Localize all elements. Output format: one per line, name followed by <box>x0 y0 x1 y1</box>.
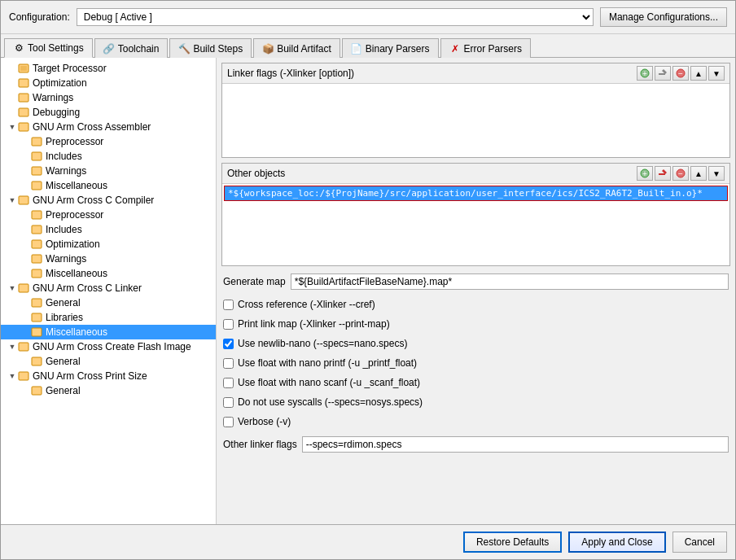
tree-item-target-processor[interactable]: Target Processor <box>1 61 216 76</box>
tree-item-warnings[interactable]: Warnings <box>1 90 216 105</box>
tab-tool-settings[interactable]: ⚙ Tool Settings <box>4 38 93 58</box>
tree-item-gnu-flash[interactable]: ▼ GNU Arm Cross Create Flash Image <box>1 339 216 354</box>
other-objects-up-btn[interactable]: ▲ <box>690 166 707 181</box>
generate-map-input[interactable] <box>291 273 729 290</box>
checkbox-print-link-map: Print link map (-Xlinker --print-map) <box>221 317 730 331</box>
svg-rect-19 <box>32 328 42 336</box>
tree-item-compiler-includes[interactable]: Includes <box>1 222 216 237</box>
tree-item-assembler-includes[interactable]: Includes <box>1 149 216 164</box>
linker-flags-delete-btn[interactable]: − <box>672 66 689 81</box>
build-steps-icon: 🔨 <box>178 43 190 55</box>
float-scanf-label: Use float with nano scanf (-u _scanf_flo… <box>238 377 420 388</box>
tree-item-gnu-print-size[interactable]: ▼ GNU Arm Cross Print Size <box>1 369 216 383</box>
cross-ref-checkbox[interactable] <box>223 300 234 310</box>
other-objects-down-btn[interactable]: ▼ <box>708 166 725 181</box>
tab-tool-settings-label: Tool Settings <box>28 42 84 54</box>
tree-item-compiler-optimization[interactable]: Optimization <box>1 237 216 252</box>
tree-item-print-general[interactable]: General <box>1 383 216 398</box>
tab-build-steps[interactable]: 🔨 Build Steps <box>169 38 252 58</box>
other-objects-content: *${workspace_loc:/${ProjName}/src/applic… <box>222 184 729 265</box>
svg-text:−: − <box>678 69 683 78</box>
tree-label-gnu-c-compiler: GNU Arm Cross C Compiler <box>33 195 154 206</box>
other-objects-selected-item[interactable]: *${workspace_loc:/${ProjName}/src/applic… <box>224 186 728 201</box>
item-icon <box>30 209 43 221</box>
tree-item-debugging[interactable]: Debugging <box>1 105 216 120</box>
svg-rect-32 <box>659 173 665 175</box>
apply-close-button[interactable]: Apply and Close <box>568 532 665 553</box>
tree-item-gnu-c-compiler[interactable]: ▼ GNU Arm Cross C Compiler <box>1 193 216 208</box>
toolchain-icon: 🔗 <box>103 43 115 55</box>
tree-item-gnu-assembler[interactable]: ▼ GNU Arm Cross Assembler <box>1 120 216 134</box>
item-icon <box>30 224 43 235</box>
other-objects-header: Other objects + − ▲ ▼ <box>222 164 729 184</box>
newlib-nano-checkbox[interactable] <box>223 339 234 349</box>
toggle-flash-icon: ▼ <box>7 343 17 351</box>
tab-error-parsers[interactable]: ✗ Error Parsers <box>440 38 531 58</box>
linker-flags-edit-btn[interactable] <box>655 66 671 81</box>
tree-label-linker-misc: Miscellaneous <box>46 326 107 338</box>
float-printf-checkbox[interactable] <box>223 358 234 369</box>
svg-rect-7 <box>32 152 42 160</box>
other-objects-edit-btn[interactable] <box>655 166 671 181</box>
other-linker-flags-input[interactable] <box>302 436 729 453</box>
svg-text:−: − <box>678 169 683 178</box>
tree-item-gnu-c-linker[interactable]: ▼ GNU Arm Cross C Linker <box>1 281 216 295</box>
tree-item-assembler-misc[interactable]: Miscellaneous <box>1 178 216 193</box>
tree-label-compiler-misc: Miscellaneous <box>46 268 107 279</box>
item-icon <box>17 77 30 89</box>
tree-item-compiler-preprocessor[interactable]: Preprocessor <box>1 208 216 222</box>
item-icon <box>17 107 30 118</box>
manage-configurations-button[interactable]: Manage Configurations... <box>600 7 727 27</box>
no-syscalls-checkbox[interactable] <box>223 397 234 408</box>
svg-rect-20 <box>19 343 28 351</box>
tree-item-compiler-misc[interactable]: Miscellaneous <box>1 266 216 281</box>
tab-binary-parsers[interactable]: 📄 Binary Parsers <box>342 38 439 58</box>
checkbox-cross-ref: Cross reference (-Xlinker --cref) <box>221 297 730 312</box>
right-panel: Linker flags (-Xlinker [option]) + − ▲ ▼ <box>217 58 735 524</box>
tree-item-assembler-preprocessor[interactable]: Preprocessor <box>1 134 216 149</box>
svg-rect-6 <box>32 138 42 146</box>
tree-item-flash-general[interactable]: General <box>1 354 216 369</box>
item-icon <box>30 136 43 147</box>
no-syscalls-label: Do not use syscalls (--specs=nosys.specs… <box>238 396 423 408</box>
svg-text:+: + <box>642 69 647 78</box>
svg-rect-17 <box>32 299 42 307</box>
checkbox-no-syscalls: Do not use syscalls (--specs=nosys.specs… <box>221 395 730 409</box>
tree-item-linker-misc[interactable]: Miscellaneous <box>1 325 216 339</box>
svg-rect-2 <box>19 79 28 87</box>
item-icon <box>30 180 43 191</box>
other-objects-add-btn[interactable]: + <box>637 166 653 181</box>
dialog-footer: Restore Defaults Apply and Close Cancel <box>1 524 735 559</box>
linker-flags-down-btn[interactable]: ▼ <box>708 66 725 81</box>
float-scanf-checkbox[interactable] <box>223 378 234 388</box>
svg-rect-18 <box>32 313 42 322</box>
tree-item-linker-general[interactable]: General <box>1 295 216 310</box>
config-select[interactable]: Debug [ Active ] <box>77 8 594 26</box>
tree-label-compiler-optimization: Optimization <box>46 238 100 250</box>
tree-item-linker-libraries[interactable]: Libraries <box>1 310 216 325</box>
other-objects-delete-btn[interactable]: − <box>672 166 689 181</box>
tab-build-steps-label: Build Steps <box>193 43 243 55</box>
cancel-button[interactable]: Cancel <box>672 532 727 553</box>
item-icon <box>30 151 43 162</box>
print-link-map-checkbox[interactable] <box>223 319 234 330</box>
tree-item-compiler-warnings[interactable]: Warnings <box>1 252 216 266</box>
item-icon <box>30 385 43 396</box>
item-icon <box>30 356 43 367</box>
tree-item-assembler-warnings[interactable]: Warnings <box>1 164 216 178</box>
tab-build-artifact[interactable]: 📦 Build Artifact <box>253 38 340 58</box>
other-objects-title: Other objects <box>227 168 285 179</box>
verbose-checkbox[interactable] <box>223 417 234 427</box>
tab-toolchain[interactable]: 🔗 Toolchain <box>94 38 169 58</box>
newlib-nano-label: Use newlib-nano (--specs=nano.specs) <box>238 338 407 349</box>
linker-flags-add-btn[interactable]: + <box>637 66 653 81</box>
restore-defaults-button[interactable]: Restore Defaults <box>463 532 562 553</box>
generate-map-label: Generate map <box>223 276 286 287</box>
linker-flags-up-btn[interactable]: ▲ <box>690 66 707 81</box>
other-linker-flags-row: Other linker flags <box>221 434 730 455</box>
tree-label-debugging: Debugging <box>33 107 80 118</box>
toggle-linker-icon: ▼ <box>7 284 17 292</box>
tree-item-optimization[interactable]: Optimization <box>1 76 216 90</box>
config-label: Configuration: <box>9 11 70 23</box>
svg-rect-1 <box>20 66 27 71</box>
